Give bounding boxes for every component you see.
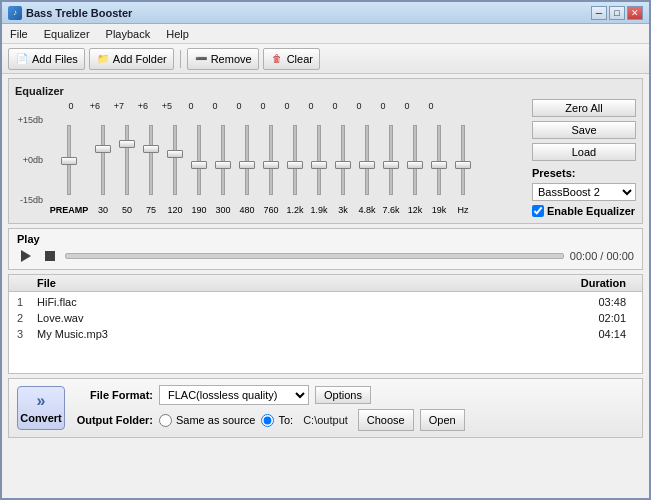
toolbar: 📄 Add Files 📁 Add Folder ➖ Remove 🗑 Clea…: [2, 44, 649, 74]
add-files-button[interactable]: 📄 Add Files: [8, 48, 85, 70]
freq-band-labels: 30 50 75 120 190 300 480 760 1.2k 1.9k 3…: [91, 205, 522, 215]
title-bar: ♪ Bass Treble Booster ─ □ ✕: [2, 2, 649, 24]
eq-band-col-9: [307, 115, 331, 205]
freq-300: 300: [211, 205, 235, 215]
menu-help[interactable]: Help: [162, 27, 193, 41]
band-thumb-2[interactable]: [143, 145, 159, 153]
open-button[interactable]: Open: [420, 409, 465, 431]
options-button[interactable]: Options: [315, 386, 371, 404]
band-track-13: [413, 125, 417, 195]
band-val-0: 0: [59, 101, 83, 111]
band-thumb-9[interactable]: [311, 161, 327, 169]
db-label-high: +15db: [15, 115, 43, 125]
add-folder-button[interactable]: 📁 Add Folder: [89, 48, 174, 70]
file-row-0[interactable]: 1 HiFi.flac 03:48: [9, 294, 642, 310]
band-slider-5: [213, 120, 233, 200]
convert-form: File Format: FLAC(lossless quality) MP3 …: [73, 385, 634, 431]
band-thumb-12[interactable]: [383, 161, 399, 169]
band-thumb-4[interactable]: [191, 161, 207, 169]
band-slider-14: [429, 120, 449, 200]
band-thumb-7[interactable]: [263, 161, 279, 169]
enable-eq-checkbox[interactable]: [532, 205, 544, 217]
remove-button[interactable]: ➖ Remove: [187, 48, 259, 70]
band-track-11: [365, 125, 369, 195]
same-source-radio-group: Same as source: [159, 414, 255, 427]
save-button[interactable]: Save: [532, 121, 636, 139]
menu-file[interactable]: File: [6, 27, 32, 41]
band-val-6: 0: [203, 101, 227, 111]
cell-duration-0: 03:48: [554, 296, 634, 308]
file-row-2[interactable]: 3 My Music.mp3 04:14: [9, 326, 642, 342]
band-val-15: 0: [419, 101, 443, 111]
freq-hz: Hz: [451, 205, 475, 215]
menu-bar: File Equalizer Playback Help: [2, 24, 649, 44]
presets-label: Presets:: [532, 167, 636, 179]
output-label: Output Folder:: [73, 414, 153, 426]
maximize-button[interactable]: □: [609, 6, 625, 20]
minimize-button[interactable]: ─: [591, 6, 607, 20]
band-thumb-6[interactable]: [239, 161, 255, 169]
band-thumb-11[interactable]: [359, 161, 375, 169]
freq-190: 190: [187, 205, 211, 215]
band-thumb-14[interactable]: [431, 161, 447, 169]
band-track-2: [149, 125, 153, 195]
to-label: To:: [278, 414, 293, 426]
band-slider-0: [93, 120, 113, 200]
band-track-9: [317, 125, 321, 195]
freq-1.2k: 1.2k: [283, 205, 307, 215]
preamp-thumb[interactable]: [61, 157, 77, 165]
same-source-radio[interactable]: [159, 414, 172, 427]
band-thumb-0[interactable]: [95, 145, 111, 153]
band-slider-11: [357, 120, 377, 200]
band-thumb-8[interactable]: [287, 161, 303, 169]
play-label: Play: [17, 233, 634, 245]
close-button[interactable]: ✕: [627, 6, 643, 20]
freq-4.8k: 4.8k: [355, 205, 379, 215]
cell-file-2: My Music.mp3: [37, 328, 554, 340]
zero-all-button[interactable]: Zero All: [532, 99, 636, 117]
to-radio[interactable]: [261, 414, 274, 427]
band-slider-9: [309, 120, 329, 200]
band-track-12: [389, 125, 393, 195]
eq-band-col-4: [187, 115, 211, 205]
eq-band-col-14: [427, 115, 451, 205]
same-source-label: Same as source: [176, 414, 255, 426]
eq-band-col-5: [211, 115, 235, 205]
band-thumb-5[interactable]: [215, 161, 231, 169]
band-slider-8: [285, 120, 305, 200]
title-bar-left: ♪ Bass Treble Booster: [8, 6, 132, 20]
stop-icon: [45, 251, 55, 261]
clear-button[interactable]: 🗑 Clear: [263, 48, 320, 70]
band-val-11: 0: [323, 101, 347, 111]
band-thumb-10[interactable]: [335, 161, 351, 169]
stop-button[interactable]: [41, 247, 59, 265]
clear-label: Clear: [287, 53, 313, 65]
band-thumb-13[interactable]: [407, 161, 423, 169]
freq-7.6k: 7.6k: [379, 205, 403, 215]
band-thumb-15[interactable]: [455, 161, 471, 169]
band-thumb-3[interactable]: [167, 150, 183, 158]
cell-num-1: 2: [17, 312, 37, 324]
seek-bar[interactable]: [65, 253, 564, 259]
band-val-3: +6: [131, 101, 155, 111]
load-button[interactable]: Load: [532, 143, 636, 161]
convert-button[interactable]: » Convert: [17, 386, 65, 430]
eq-sliders-row-container: +15db +0db -15db: [15, 115, 522, 205]
preamp-slider-col: [47, 115, 91, 205]
file-row-1[interactable]: 2 Love.wav 02:01: [9, 310, 642, 326]
play-button[interactable]: [17, 247, 35, 265]
equalizer-label: Equalizer: [15, 85, 636, 97]
eq-controls: Zero All Save Load Presets: BassBoost 2 …: [526, 99, 636, 217]
menu-playback[interactable]: Playback: [102, 27, 155, 41]
presets-select[interactable]: BassBoost 2 BassBoost 1 Rock Pop Classic…: [532, 183, 636, 201]
band-slider-10: [333, 120, 353, 200]
choose-button[interactable]: Choose: [358, 409, 414, 431]
band-thumb-1[interactable]: [119, 140, 135, 148]
menu-equalizer[interactable]: Equalizer: [40, 27, 94, 41]
preamp-slider-container: [59, 120, 79, 200]
format-select[interactable]: FLAC(lossless quality) MP3 (high quality…: [159, 385, 309, 405]
format-label: File Format:: [73, 389, 153, 401]
cell-duration-2: 04:14: [554, 328, 634, 340]
freq-75: 75: [139, 205, 163, 215]
freq-3k: 3k: [331, 205, 355, 215]
